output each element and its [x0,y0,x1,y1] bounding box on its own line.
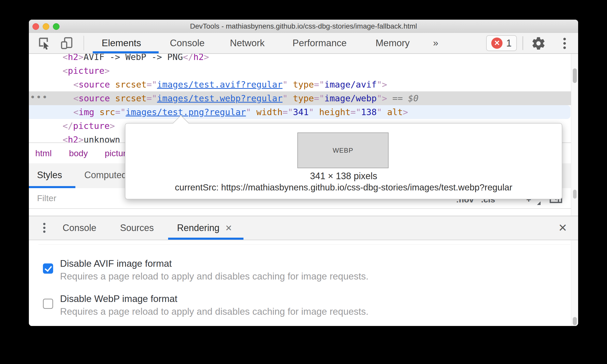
code-token [110,79,115,90]
title-bar[interactable]: DevTools - mathiasbynens.github.io/css-d… [29,20,578,33]
code-token: =" [314,79,324,90]
code-token: " [246,107,251,117]
code-token: image/avif [324,79,377,90]
code-token: img [78,107,94,117]
devtools-toolbar: ✕ 1 ElementsConsoleNetworkPerformanceMem… [29,33,578,54]
code-token [94,107,99,117]
code-token: height [319,107,351,117]
section-divider [38,244,570,245]
image-current-src: currentSrc: https://mathiasbynens.github… [125,182,562,192]
tab-styles[interactable]: Styles [37,163,62,188]
code-token [382,107,387,117]
code-token: =" [115,107,126,117]
dom-node-row[interactable]: •••<source srcset="images/test.webp?regu… [29,91,578,105]
code-token: unknown [84,135,120,142]
code-token: image/webp [324,93,377,103]
code-token: "> [377,93,387,103]
code-token: </ [63,121,73,131]
code-token: =" [351,107,361,117]
code-token: > [204,54,209,62]
code-token [110,93,115,103]
drawer-menu-kebab-icon[interactable] [43,227,45,229]
image-preview-thumbnail: WEBP [297,132,389,168]
error-count-badge[interactable]: ✕ 1 [486,35,517,51]
more-tabs-chevron-icon[interactable]: » [433,33,438,53]
tab-network[interactable]: Network [230,33,265,53]
code-token: " [283,79,288,90]
filter-input[interactable]: Filter [37,188,56,208]
code-token: < [73,79,78,90]
code-token: 138 [361,107,377,117]
more-options-kebab-icon[interactable] [563,42,566,45]
option-label: Disable WebP image format [60,294,177,304]
attribute-value-link[interactable]: images/test.png?regular [126,107,246,117]
elements-scrollbar[interactable] [571,54,578,216]
device-toolbar-icon[interactable] [60,36,73,50]
tab-console[interactable]: Console [170,33,205,53]
settings-gear-icon[interactable] [531,36,544,49]
drawer-scrollbar[interactable] [571,240,578,326]
drawer-tab-console[interactable]: Console [63,216,96,240]
code-token: h2 [68,54,78,62]
checkbox-unchecked[interactable] [43,299,53,309]
dom-node-row[interactable]: <img src="images/test.png?regular" width… [29,105,570,119]
code-token: h2 [68,135,78,142]
code-token: > [78,135,83,142]
drawer-close-icon[interactable]: ✕ [558,216,567,240]
drawer-tab-close-icon[interactable]: ✕ [225,223,232,233]
drawer-scrollbar-thumb[interactable] [573,317,577,325]
code-token: =" [147,79,157,90]
drawer-tabbar: ✕ ConsoleSourcesRendering✕ [29,216,578,240]
code-token: 341 [293,107,309,117]
toolbar-separator [84,36,84,51]
attribute-value-link[interactable]: images/test.avif?regular [157,79,283,90]
new-style-rule-dropdown-icon[interactable] [537,201,541,205]
code-token: > [104,66,110,76]
tab-elements[interactable]: Elements [102,33,141,53]
option-description: Requires a page reload to apply and disa… [60,306,368,317]
inspect-icon[interactable] [38,36,51,50]
tab-memory[interactable]: Memory [376,33,410,53]
code-token: src [99,107,115,117]
breadcrumb-item-body[interactable]: body [69,143,88,163]
code-token: width [256,107,283,117]
drawer-tab-sources[interactable]: Sources [120,216,154,240]
code-token: < [63,54,68,62]
elements-scrollbar-thumb[interactable] [573,68,577,83]
checkbox-checked[interactable] [43,263,53,274]
code-token: picture [68,66,104,76]
styles-scrollbar-thumb[interactable] [573,190,577,199]
option-description: Requires a page reload to apply and disa… [60,271,368,282]
code-token: "> [377,79,387,90]
code-token: < [63,135,68,142]
tab-performance[interactable]: Performance [293,33,347,53]
code-token: > [78,54,83,62]
code-token [288,93,293,103]
code-token [314,107,319,117]
code-token: srcset [115,93,147,103]
devtools-window: DevTools - mathiasbynens.github.io/css-d… [29,20,578,326]
attribute-value-link[interactable]: images/test.webp?regular [157,93,283,103]
image-preview-tooltip: WEBP 341 × 138 pixels currentSrc: https:… [125,123,562,199]
window-title: DevTools - mathiasbynens.github.io/css-d… [29,20,578,33]
dom-node-row[interactable]: <source srcset="images/test.avif?regular… [29,78,578,91]
code-token [251,107,256,117]
breadcrumb-item-html[interactable]: html [35,143,52,163]
dom-node-row[interactable]: <picture> [29,64,578,78]
error-count: 1 [506,38,511,49]
node-more-actions-icon[interactable]: ••• [30,91,48,103]
code-token: type [293,79,314,90]
code-token: < [63,66,68,76]
image-dimensions: 341 × 138 pixels [125,171,562,181]
code-token: > [110,121,115,131]
dom-node-row[interactable]: <h2>AVIF -> WebP -> PNG</h2> [29,54,578,64]
tab-computed[interactable]: Computed [84,163,127,188]
code-token [288,79,293,90]
code-token: </ [183,54,193,62]
code-token: =" [283,107,293,117]
drawer-tab-rendering[interactable]: Rendering✕ [177,216,232,240]
code-token: " [283,93,288,103]
code-token: < [73,107,78,117]
code-token: source [78,93,110,103]
code-token: == $0 [387,93,418,103]
